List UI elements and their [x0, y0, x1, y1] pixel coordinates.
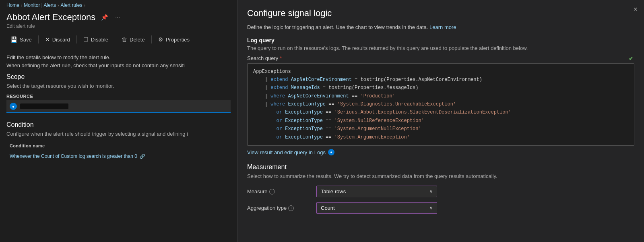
measure-dropdown[interactable]: Table rows ∨	[316, 186, 437, 197]
toolbar: 💾 Save ✕ Discard ☐ Disable 🗑 Delete ⚙ Pr…	[0, 32, 237, 47]
code-line-1: AppExceptions	[253, 68, 628, 76]
discard-icon: ✕	[45, 36, 50, 43]
query-desc: The query to run on this resource's logs…	[247, 45, 634, 51]
properties-button[interactable]: ⚙ Properties	[154, 35, 194, 44]
discard-label: Discard	[52, 37, 70, 43]
toolbar-separator-1	[38, 35, 39, 43]
code-line-4: | where AspNetCoreEnvironment == 'Produc…	[253, 92, 628, 100]
disable-label: Disable	[91, 37, 108, 43]
toolbar-separator-2	[76, 35, 77, 43]
left-header: Abbot Alert Exceptions 📌 ··· Edit alert …	[0, 10, 237, 32]
info-text: Edit the details below to modify the ale…	[6, 54, 231, 69]
discard-button[interactable]: ✕ Discard	[41, 35, 74, 44]
measure-dropdown-value: Table rows	[321, 188, 346, 194]
learn-more-link[interactable]: Learn more	[429, 24, 456, 30]
code-line-8: or ExceptionType == 'System.ArgumentNull…	[253, 125, 628, 133]
right-panel: × Configure signal logic Define the logi…	[237, 0, 644, 242]
resource-name-redacted	[20, 103, 68, 109]
code-line-6: or ExceptionType == 'Serious.Abbot.Excep…	[253, 108, 628, 116]
code-line-7: or ExceptionType == 'System.NullReferenc…	[253, 117, 628, 125]
aggregation-chevron-icon: ∨	[429, 205, 433, 211]
breadcrumb: Home › Monitor | Alerts › Alert rules ›	[0, 0, 237, 10]
measure-row: Measure i Table rows ∨	[247, 186, 634, 197]
panel-desc-text: Define the logic for triggering an alert…	[247, 24, 428, 30]
condition-table: Condition name Whenever the Count of Cus…	[6, 142, 231, 162]
delete-icon: 🗑	[122, 36, 127, 43]
condition-cell: Whenever the Count of Custom log search …	[6, 150, 231, 163]
measure-label-text: Measure	[247, 188, 268, 194]
aggregation-label-text: Aggregation type	[247, 205, 287, 211]
condition-link-text: Whenever the Count of Custom log search …	[10, 153, 137, 159]
condition-col-name: Condition name	[6, 142, 231, 150]
breadcrumb-sep-2: ›	[58, 3, 59, 8]
aggregation-dropdown[interactable]: Count ∨	[316, 202, 437, 214]
table-row: Whenever the Count of Custom log search …	[6, 150, 231, 163]
aggregation-info-icon[interactable]: i	[288, 205, 294, 211]
breadcrumb-monitor[interactable]: Monitor | Alerts	[24, 2, 56, 8]
log-query-section: Log query The query to run on this resou…	[247, 37, 634, 164]
page-title: Abbot Alert Exceptions	[6, 12, 95, 23]
code-line-2: | extend AspNetCoreEnvironment = tostrin…	[253, 76, 628, 84]
save-button[interactable]: 💾 Save	[6, 35, 36, 44]
panel-title: Configure signal logic	[247, 8, 634, 19]
save-icon: 💾	[10, 36, 17, 43]
properties-label: Properties	[166, 37, 190, 43]
measure-label: Measure i	[247, 188, 312, 194]
delete-label: Delete	[130, 37, 145, 43]
measurement-title: Measurement	[247, 163, 634, 171]
measure-chevron-icon: ∨	[429, 189, 433, 194]
valid-check-icon: ✔	[629, 55, 634, 62]
condition-desc: Configure when the alert rule should tri…	[6, 131, 231, 137]
aggregation-dropdown-value: Count	[321, 205, 335, 211]
link-external-icon: 🔗	[140, 154, 145, 159]
scope-title: Scope	[6, 73, 231, 81]
resource-box: ●	[6, 100, 231, 113]
toolbar-separator-4	[151, 35, 152, 43]
breadcrumb-sep-1: ›	[21, 3, 22, 8]
breadcrumb-sep-3: ›	[84, 3, 85, 8]
logs-icon: ●	[328, 149, 334, 155]
log-query-heading: Log query	[247, 37, 634, 43]
close-button[interactable]: ×	[633, 6, 638, 13]
condition-section: Condition Configure when the alert rule …	[6, 121, 231, 162]
panel-desc: Define the logic for triggering an alert…	[247, 23, 634, 31]
disable-icon: ☐	[83, 36, 89, 43]
breadcrumb-home[interactable]: Home	[6, 2, 19, 8]
resource-icon: ●	[10, 103, 17, 110]
view-logs-link[interactable]: View result and edit query in Logs ●	[247, 149, 334, 155]
code-editor[interactable]: AppExceptions | extend AspNetCoreEnviron…	[247, 63, 634, 146]
pin-button[interactable]: 📌	[99, 13, 109, 21]
disable-button[interactable]: ☐ Disable	[79, 35, 112, 44]
left-body: Edit the details below to modify the ale…	[0, 47, 237, 242]
aggregation-label: Aggregation type i	[247, 205, 312, 211]
toolbar-separator-3	[115, 35, 115, 43]
code-line-5: | where ExceptionType == 'System.Diagnos…	[253, 100, 628, 108]
measurement-section: Measurement Select how to summarize the …	[247, 163, 634, 219]
condition-link[interactable]: Whenever the Count of Custom log search …	[10, 153, 227, 159]
condition-title: Condition	[6, 121, 231, 128]
aggregation-row: Aggregation type i Count ∨	[247, 202, 634, 214]
delete-button[interactable]: 🗑 Delete	[118, 35, 149, 44]
properties-icon: ⚙	[158, 36, 163, 43]
code-line-3: | extend MessageIds = tostring(Propertie…	[253, 84, 628, 92]
resource-label: Resource	[6, 94, 231, 99]
left-panel: Home › Monitor | Alerts › Alert rules › …	[0, 0, 237, 242]
required-indicator: *	[280, 55, 282, 61]
scope-desc: Select the target resource you wish to m…	[6, 83, 231, 89]
measure-info-icon[interactable]: i	[269, 189, 275, 194]
view-logs-link-text: View result and edit query in Logs	[247, 149, 326, 155]
more-button[interactable]: ···	[114, 13, 122, 21]
breadcrumb-alertrules[interactable]: Alert rules	[61, 2, 83, 8]
measurement-desc: Select how to summarize the results. We …	[247, 173, 634, 179]
search-query-label-text: Search query	[247, 55, 278, 61]
search-query-label: Search query * ✔	[247, 55, 634, 62]
save-label: Save	[20, 37, 32, 43]
page-subtitle: Edit alert rule	[6, 23, 231, 29]
code-line-9: or ExceptionType == 'System.ArgumentExce…	[253, 133, 628, 141]
